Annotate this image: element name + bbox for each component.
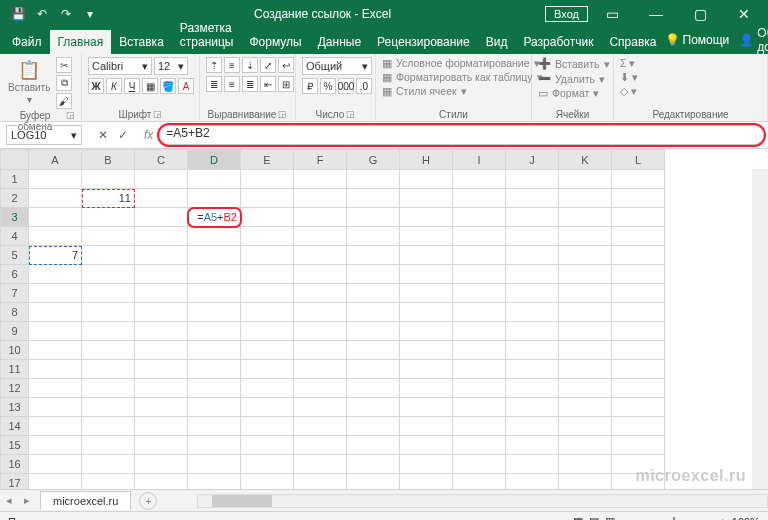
- cell[interactable]: [506, 436, 559, 455]
- fill-button[interactable]: ⬇ ▾: [620, 71, 638, 83]
- cell[interactable]: [29, 227, 82, 246]
- cell[interactable]: [612, 227, 665, 246]
- cell[interactable]: [135, 246, 188, 265]
- cell[interactable]: [400, 284, 453, 303]
- cell[interactable]: [506, 208, 559, 227]
- cell[interactable]: [188, 246, 241, 265]
- cell[interactable]: [559, 398, 612, 417]
- cell[interactable]: [453, 455, 506, 474]
- enter-formula-icon[interactable]: ✓: [118, 128, 128, 142]
- cell[interactable]: [294, 474, 347, 490]
- cell[interactable]: [612, 436, 665, 455]
- cell[interactable]: [135, 379, 188, 398]
- row-header[interactable]: 4: [1, 227, 29, 246]
- cell[interactable]: [29, 322, 82, 341]
- autosum-button[interactable]: Σ ▾: [620, 57, 635, 69]
- row-header[interactable]: 15: [1, 436, 29, 455]
- share-button[interactable]: 👤 Общий доступ: [739, 26, 768, 54]
- row-header[interactable]: 12: [1, 379, 29, 398]
- view-normal-icon[interactable]: ▦: [573, 515, 583, 520]
- cell[interactable]: [29, 398, 82, 417]
- cell[interactable]: [294, 436, 347, 455]
- cell[interactable]: [82, 417, 135, 436]
- cell[interactable]: [506, 265, 559, 284]
- cell[interactable]: [241, 322, 294, 341]
- cell[interactable]: [241, 455, 294, 474]
- column-header[interactable]: K: [559, 150, 612, 170]
- tab-data[interactable]: Данные: [310, 30, 369, 54]
- cell[interactable]: [453, 189, 506, 208]
- cell[interactable]: [29, 303, 82, 322]
- cell[interactable]: [559, 436, 612, 455]
- column-header[interactable]: H: [400, 150, 453, 170]
- fill-color-button[interactable]: 🪣: [160, 78, 176, 94]
- cell[interactable]: [135, 417, 188, 436]
- cell[interactable]: [453, 379, 506, 398]
- cell[interactable]: [347, 360, 400, 379]
- tab-review[interactable]: Рецензирование: [369, 30, 478, 54]
- column-header[interactable]: D: [188, 150, 241, 170]
- formula-bar[interactable]: =A5+B2: [159, 125, 764, 145]
- cell[interactable]: [400, 379, 453, 398]
- cell[interactable]: [135, 170, 188, 189]
- cell[interactable]: [82, 455, 135, 474]
- view-layout-icon[interactable]: ▤: [589, 515, 599, 520]
- row-header[interactable]: 1: [1, 170, 29, 189]
- cell[interactable]: [294, 379, 347, 398]
- cell[interactable]: [400, 474, 453, 490]
- zoom-out-button[interactable]: −: [621, 516, 627, 521]
- cell[interactable]: [400, 436, 453, 455]
- cell[interactable]: [347, 227, 400, 246]
- cell[interactable]: [188, 189, 241, 208]
- qat-dropdown-icon[interactable]: ▾: [80, 4, 100, 24]
- cell[interactable]: 7: [29, 246, 82, 265]
- cell[interactable]: [294, 284, 347, 303]
- cell[interactable]: [347, 170, 400, 189]
- cell[interactable]: [506, 227, 559, 246]
- align-top-button[interactable]: ⇡: [206, 57, 222, 73]
- cell[interactable]: [347, 341, 400, 360]
- cell[interactable]: [400, 303, 453, 322]
- cell[interactable]: [188, 341, 241, 360]
- cell[interactable]: [294, 360, 347, 379]
- cell[interactable]: [135, 208, 188, 227]
- cell[interactable]: [29, 417, 82, 436]
- row-header[interactable]: 16: [1, 455, 29, 474]
- cell[interactable]: [506, 246, 559, 265]
- cell[interactable]: [294, 189, 347, 208]
- cell[interactable]: [506, 474, 559, 490]
- cell[interactable]: [135, 436, 188, 455]
- row-header[interactable]: 14: [1, 417, 29, 436]
- cell[interactable]: [506, 360, 559, 379]
- cell[interactable]: [559, 246, 612, 265]
- column-header[interactable]: J: [506, 150, 559, 170]
- horizontal-scrollbar[interactable]: [197, 494, 768, 508]
- row-header[interactable]: 17: [1, 474, 29, 490]
- cell[interactable]: [347, 303, 400, 322]
- cell[interactable]: [82, 360, 135, 379]
- cell[interactable]: [559, 417, 612, 436]
- cell[interactable]: [612, 246, 665, 265]
- cut-icon[interactable]: ✂: [56, 57, 72, 73]
- dialog-launcher-icon[interactable]: ◲: [153, 109, 162, 120]
- cell[interactable]: [82, 474, 135, 490]
- currency-button[interactable]: ₽: [302, 78, 318, 94]
- cell[interactable]: [188, 455, 241, 474]
- align-middle-button[interactable]: ≡: [224, 57, 240, 73]
- format-painter-icon[interactable]: 🖌: [56, 93, 72, 109]
- cell[interactable]: [506, 303, 559, 322]
- cell[interactable]: [82, 341, 135, 360]
- cell[interactable]: [453, 303, 506, 322]
- format-as-table-button[interactable]: ▦ Форматировать как таблицу ▾: [382, 71, 543, 83]
- cell[interactable]: [241, 303, 294, 322]
- column-header[interactable]: E: [241, 150, 294, 170]
- cell[interactable]: [29, 360, 82, 379]
- cell[interactable]: [135, 341, 188, 360]
- name-box[interactable]: LOG10▾: [6, 125, 82, 145]
- cell[interactable]: [612, 265, 665, 284]
- cell[interactable]: [347, 322, 400, 341]
- cell[interactable]: [347, 265, 400, 284]
- cell[interactable]: [400, 398, 453, 417]
- cell[interactable]: [612, 322, 665, 341]
- cell[interactable]: [135, 227, 188, 246]
